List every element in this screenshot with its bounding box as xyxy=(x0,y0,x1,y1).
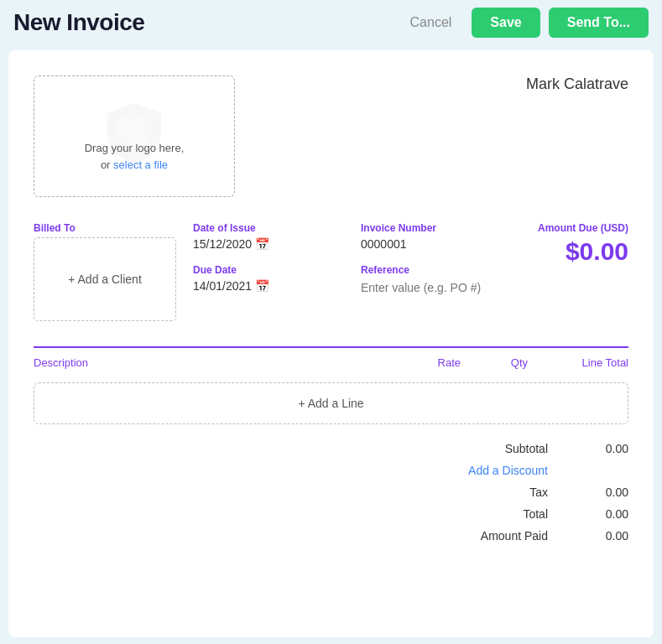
billed-to-group: Billed To + Add a Client xyxy=(34,222,193,321)
due-date-calendar-icon[interactable]: 📅 xyxy=(255,279,269,293)
amount-paid-row: Amount Paid 0.00 xyxy=(34,525,628,547)
logo-drag-text: Drag your logo here, or select a file xyxy=(85,140,185,173)
date-of-issue-calendar-icon[interactable]: 📅 xyxy=(255,237,269,251)
total-label: Total xyxy=(410,507,561,521)
date-of-issue-value: 15/12/2020 📅 xyxy=(193,237,361,251)
billed-to-label: Billed To xyxy=(34,222,193,234)
tax-value: 0.00 xyxy=(561,486,628,499)
date-of-issue-group: Date of Issue 15/12/2020 📅 xyxy=(193,222,361,251)
table-header: Description Rate Qty Line Total xyxy=(34,348,628,376)
reference-group: Reference xyxy=(361,264,529,296)
col-qty: Qty xyxy=(461,356,528,369)
save-button[interactable]: Save xyxy=(472,8,540,38)
add-discount-link[interactable]: Add a Discount xyxy=(410,464,561,477)
due-date-label: Due Date xyxy=(193,264,361,276)
col-description: Description xyxy=(34,356,360,369)
totals-section: Subtotal 0.00 Add a Discount Tax 0.00 To… xyxy=(34,438,628,547)
col-line-total: Line Total xyxy=(528,356,628,369)
col-rate: Rate xyxy=(360,356,461,369)
date-of-issue-label: Date of Issue xyxy=(193,222,361,234)
due-date-value: 14/01/2021 📅 xyxy=(193,279,361,293)
tax-row: Tax 0.00 xyxy=(34,481,628,503)
amount-due-label: Amount Due (USD) xyxy=(529,222,628,234)
total-value: 0.00 xyxy=(561,507,628,521)
fields-section: Billed To + Add a Client Date of Issue 1… xyxy=(34,222,628,321)
tax-label: Tax xyxy=(410,486,561,499)
reference-label: Reference xyxy=(361,264,529,276)
subtotal-label: Subtotal xyxy=(410,442,561,455)
amount-paid-label: Amount Paid xyxy=(410,529,561,543)
add-line-button[interactable]: + Add a Line xyxy=(298,397,363,410)
amount-paid-value: 0.00 xyxy=(561,529,628,543)
select-file-link[interactable]: select a file xyxy=(113,158,168,171)
invoice-card: Drag your logo here, or select a file Ma… xyxy=(8,50,654,637)
amount-due-value: $0.00 xyxy=(529,237,628,266)
total-row: Total 0.00 xyxy=(34,503,628,525)
invoice-number-label: Invoice Number xyxy=(361,222,529,234)
add-client-button[interactable]: + Add a Client xyxy=(68,273,142,286)
subtotal-value: 0.00 xyxy=(561,442,628,455)
header-actions: Cancel Save Send To... xyxy=(399,8,649,38)
send-to-button[interactable]: Send To... xyxy=(549,8,649,38)
invoice-number-group: Invoice Number 0000001 xyxy=(361,222,529,251)
page-header: New Invoice Cancel Save Send To... xyxy=(0,0,662,45)
add-line-row[interactable]: + Add a Line xyxy=(34,382,628,424)
subtotal-row: Subtotal 0.00 xyxy=(34,438,628,460)
page-title: New Invoice xyxy=(13,9,144,36)
top-section: Drag your logo here, or select a file Ma… xyxy=(34,75,628,197)
discount-row: Add a Discount xyxy=(34,460,628,481)
reference-input[interactable] xyxy=(361,279,529,296)
cancel-button[interactable]: Cancel xyxy=(399,8,464,37)
logo-dropzone[interactable]: Drag your logo here, or select a file xyxy=(34,75,235,197)
amount-due-group: Amount Due (USD) $0.00 xyxy=(529,222,628,266)
due-date-group: Due Date 14/01/2021 📅 xyxy=(193,264,361,293)
invoice-number-value: 0000001 xyxy=(361,237,529,251)
billed-to-box[interactable]: + Add a Client xyxy=(34,237,176,321)
company-name: Mark Calatrave xyxy=(526,75,628,93)
